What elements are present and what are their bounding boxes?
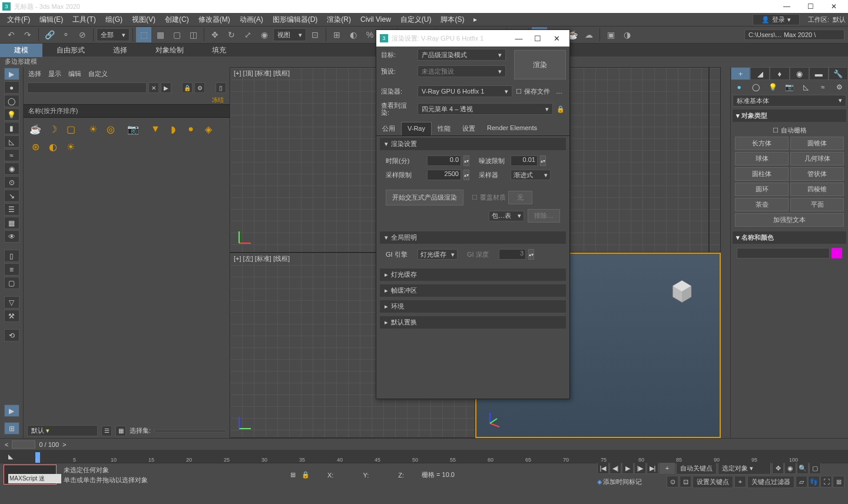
vray-icon[interactable]: ◑ [620,27,635,42]
left-play-icon[interactable]: ▶ [4,68,19,80]
menu-file[interactable]: 文件(F) [2,14,35,26]
cmd-tab-display[interactable]: ▬ [809,67,829,80]
scene-default-select[interactable]: 默认 ▾ [27,425,98,436]
cmd-tab-hierarchy[interactable]: ♦ [770,67,789,80]
override-checkbox[interactable]: ☐ [472,194,478,201]
left-space-icon[interactable]: ≈ [4,149,19,161]
select-name-icon[interactable]: ▦ [153,27,168,42]
left-helper-icon[interactable]: ◺ [4,135,19,148]
bind-icon[interactable]: ⊘ [75,27,90,42]
roll-environment[interactable]: ▸环境 [380,300,566,313]
moon-icon[interactable]: ☽ [45,121,61,137]
time-slider[interactable] [12,440,35,449]
cmd-sub-shape[interactable]: ◯ [747,81,764,93]
menu-more-icon[interactable]: ▸ [469,14,482,25]
color-swatch[interactable] [832,248,842,258]
scene-calc-icon[interactable]: ▦ [115,426,126,436]
left-quad-icon[interactable]: ⊞ [4,422,19,435]
ribbon-objpaint[interactable]: 对象绘制 [141,44,198,57]
redo-icon[interactable]: ↷ [20,27,35,42]
left-eye-icon[interactable]: 👁 [4,230,19,243]
key-plus-icon[interactable]: + [660,462,675,474]
cmd-sub-helper[interactable]: ◺ [798,81,814,93]
light5-icon[interactable]: ⊛ [27,138,44,155]
btn-cylinder[interactable]: 圆柱体 [735,167,789,181]
menu-render[interactable]: 渲染(R) [322,14,356,26]
menu-modifier[interactable]: 修改器(M) [194,14,235,26]
scene-tab-display[interactable]: 显示 [48,69,61,78]
nav-orbit-icon[interactable]: ◉ [784,462,796,474]
select-icon[interactable]: ⬚ [136,27,151,42]
unlink-icon[interactable]: ⚬ [58,27,74,42]
dtab-common[interactable]: 公用 [376,122,401,135]
left-lines-icon[interactable]: ≡ [4,263,19,276]
move-icon[interactable]: ✥ [207,27,223,42]
project-path[interactable]: C:\Users\… Max 2020 \ [744,29,844,40]
time-next-icon[interactable]: > [62,441,66,448]
scene-tab-select[interactable]: 选择 [28,69,41,78]
menu-view[interactable]: 视图(V) [127,14,160,26]
left-bulb-icon[interactable]: 💡 [4,108,19,121]
goto-end-icon[interactable]: ▶| [647,462,658,474]
left-hammer-icon[interactable]: ⚒ [4,310,19,322]
viewport-front[interactable] [709,67,721,253]
cmd-tab-modify[interactable]: ◢ [750,67,770,80]
snap-icon[interactable]: ⊞ [329,27,344,42]
noise-input[interactable]: 0.01 [511,155,538,166]
cmd-sub-sys[interactable]: ⚙ [832,81,848,93]
roll-framebuffer[interactable]: ▸帧缓冲区 [380,284,566,297]
maximize-button[interactable]: ☐ [799,0,822,13]
selection-filter[interactable]: 全部▾ [97,28,130,41]
renderer-select[interactable]: V-Ray GPU 6 Hotfix 1▾ [418,85,512,97]
cmd-category-select[interactable]: 标准基本体▾ [733,95,846,107]
btn-torus[interactable]: 圆环 [735,183,789,196]
key-filter-icon[interactable]: ⊡ [680,476,691,488]
lock-icon[interactable]: 🔒 [556,105,565,113]
left-grid-icon[interactable]: ▦ [4,217,19,229]
cmd-sub-space[interactable]: ≈ [814,81,831,93]
time-ruler[interactable]: ◣ 05101520253035404550556065707580859095… [0,450,848,463]
gi-engine-select[interactable]: 灯光缓存▾ [418,249,458,260]
nav-fov-icon[interactable]: ▱ [796,476,807,488]
spinner-icon[interactable]: ▴▾ [463,155,469,166]
scale-icon[interactable]: ⤢ [240,27,256,42]
spinner-icon[interactable]: ▴▾ [463,170,469,180]
nav-walk-icon[interactable]: 👣 [808,476,820,488]
camera-icon[interactable]: 📷 [125,121,141,137]
dialog-close[interactable]: ✕ [547,30,566,47]
ribbon-select[interactable]: 选择 [99,44,141,57]
key-mode-icon[interactable]: ⊙ [667,476,678,488]
selobj-select[interactable]: 选定对象 ▾ [718,462,771,475]
target-icon[interactable]: ◎ [102,121,119,137]
dtab-vray[interactable]: V-Ray [401,122,432,135]
menu-group[interactable]: 组(G) [101,14,127,26]
select-window-icon[interactable]: ◫ [186,27,201,42]
roll-render-settings[interactable]: ▾渲染设置 [380,138,566,150]
dtab-perf[interactable]: 性能 [432,122,456,135]
exclude-button[interactable]: 排除… [528,209,560,223]
preset-select[interactable]: 未选定预设▾ [418,65,506,77]
cube-icon[interactable]: ◈ [597,478,602,486]
sampler-select[interactable]: 渐进式▾ [511,170,551,180]
ribbon-fill[interactable]: 填充 [198,44,240,57]
left-camera-icon[interactable]: ▮ [4,122,19,134]
render-cloud-icon[interactable]: ☁ [581,27,597,42]
vray-fb-icon[interactable]: ▣ [603,27,618,42]
play-icon[interactable]: ▶ [622,462,634,474]
next-frame-icon[interactable]: |▶ [634,462,646,474]
start-interactive-button[interactable]: 开始交互式产品级渲染 [386,190,463,205]
prev-frame-icon[interactable]: ◀| [610,462,621,474]
cmd-sub-light[interactable]: 💡 [764,81,781,93]
light2-icon[interactable]: ◗ [165,121,181,137]
nav-zoom-icon[interactable]: 🔍 [797,462,809,474]
left-sphere-icon[interactable]: ◯ [4,95,19,107]
roll-object-type[interactable]: ▾ 对象类型 [733,110,846,122]
wrap-select[interactable]: 包…表▾ [489,211,524,221]
sun-icon[interactable]: ☀ [85,121,101,137]
link-icon[interactable]: 🔗 [42,27,57,42]
ang-snap-icon[interactable]: ◐ [346,27,361,42]
scene-col-icon[interactable]: ▯ [216,82,226,93]
light7-icon[interactable]: ☀ [62,138,79,155]
menu-customize[interactable]: 自定义(U) [396,14,436,26]
light6-icon[interactable]: ◐ [45,138,61,155]
